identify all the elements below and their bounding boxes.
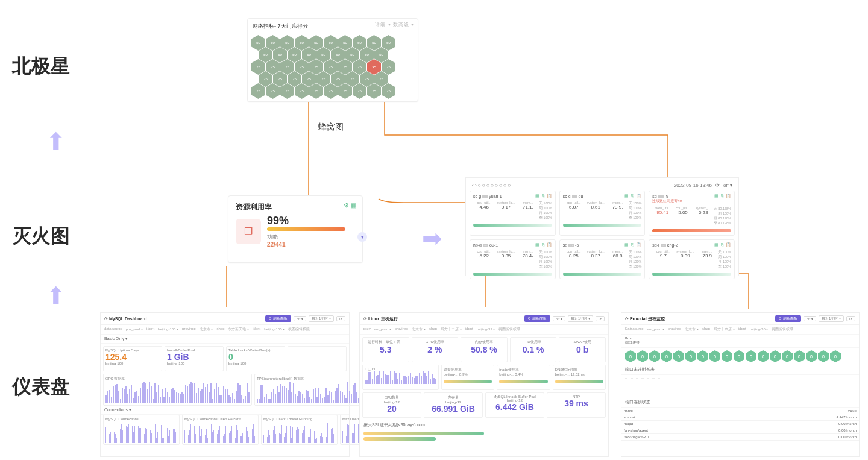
dashboard-linux[interactable]: ⟳ Linux 主机运行 ⟳ 刷新面板off ▾最近1小时 ▾⟳ provvm_…	[359, 312, 609, 457]
hex-cell[interactable]: 0	[794, 350, 805, 362]
hex-cell[interactable]: 75	[295, 83, 309, 99]
resource-util-card[interactable]: 资源利用率 ⚙ ▦ ❐ 99% 功能 22/441 ▾	[228, 195, 363, 263]
hex-cell[interactable]: 0	[806, 350, 817, 362]
server-icons[interactable]: ▦ ⎘ 📋	[714, 194, 732, 198]
honeycomb-caption: 蜂窝图	[318, 122, 344, 133]
resource-util-pct: 99%	[267, 215, 345, 227]
server-icons[interactable]: ▦ ⎘ 📋	[535, 194, 553, 198]
server-icons[interactable]: ▦ ⎘ 📋	[714, 242, 732, 247]
chevron-down-icon[interactable]: ▾	[357, 232, 367, 242]
nav-arrows[interactable]: ‹ › ○ ○ ○ ○ ○ ○ ○ ○	[472, 183, 511, 188]
server-icons[interactable]: ▦ ⎘ 📋	[624, 242, 642, 247]
hex-cell[interactable]: 0	[734, 350, 744, 362]
hex-cell[interactable]: 75	[382, 83, 395, 99]
hex-cell[interactable]: 0	[649, 350, 660, 362]
dashboard-procstat[interactable]: ⟳ Procstat 进程监控 ⟳ 刷新面板off ▾最近1小时 ▾⟳ Data…	[621, 312, 860, 457]
honeycomb-card[interactable]: 网络指标- 7天门店得分 详细 ▾ 数高级 ▾ 5050505050505050…	[247, 18, 418, 102]
hex-cell[interactable]: 0	[746, 350, 756, 362]
hex-cell[interactable]: 75	[309, 83, 323, 99]
hex-cell[interactable]: 75	[251, 83, 265, 99]
resource-util-sublabel: 功能	[267, 233, 345, 241]
hex-cell[interactable]: 75	[367, 83, 381, 99]
progress-bar	[267, 227, 345, 231]
hex-cell[interactable]: 0	[661, 350, 672, 362]
server-panel-date[interactable]: 2023-08-16 13:46	[674, 183, 712, 188]
hex-cell[interactable]: 75	[324, 83, 338, 99]
hex-cell[interactable]: 75	[266, 83, 280, 99]
server-card[interactable]: sd-l···eng-2 ▦ ⎘ 📋 cpu_util...9.7system_…	[649, 239, 735, 279]
server-card[interactable]: hb-d···ou-1 ▦ ⎘ 📋 cpu_util...5.22system_…	[470, 239, 556, 279]
hex-cell[interactable]: 75	[280, 83, 294, 99]
hex-cell[interactable]: 0	[782, 350, 793, 362]
server-card[interactable]: sc-c···du ▦ ⎘ 📋 cpu_util...6.07system_lo…	[559, 191, 646, 236]
dashboard-mysql[interactable]: ⟳ MySQL Dashboard ⟳ 刷新面板off ▾最近1小时 ▾⟳ da…	[100, 312, 350, 457]
hex-cell[interactable]: 0	[625, 350, 636, 362]
gear-icon[interactable]: ⚙ ▦	[344, 202, 356, 209]
hex-cell[interactable]: 0	[722, 350, 732, 362]
refresh-icon[interactable]: ⟳	[715, 183, 720, 188]
server-icons[interactable]: ▦ ⎘ 📋	[535, 242, 553, 247]
server-card[interactable]: sd···-9 ▦ ⎘ 📋 连续数红高报警×0 mem_util...95.41…	[649, 191, 735, 236]
hex-cell[interactable]: 0	[673, 350, 684, 362]
hex-cell[interactable]: 0	[637, 350, 648, 362]
hex-cell[interactable]: 0	[697, 350, 708, 362]
resource-util-fraction: 22/441	[267, 241, 345, 248]
server-icons[interactable]: ▦ ⎘ 📋	[624, 194, 642, 198]
honeycomb-filter[interactable]: 详细 ▾ 数高级 ▾	[375, 21, 414, 28]
server-grid: ‹ › ○ ○ ○ ○ ○ ○ ○ ○ 2023-08-16 13:46 ⟳ o…	[465, 177, 739, 276]
hex-cell[interactable]: 0	[818, 350, 829, 362]
hex-cell[interactable]: 0	[685, 350, 696, 362]
hex-cell[interactable]: 0	[758, 350, 769, 362]
server-card[interactable]: sd···-5 ▦ ⎘ 📋 cpu_util...8.25system_lo..…	[559, 239, 646, 279]
server-panel-mode[interactable]: off ▾	[723, 183, 732, 188]
hex-cell[interactable]: 0	[830, 350, 841, 362]
hex-cell[interactable]: 75	[338, 83, 352, 99]
server-card[interactable]: sc-g···yuan-1 ▦ ⎘ 📋 cpu_util...4.46syste…	[470, 191, 556, 236]
hex-cell[interactable]: 0	[709, 350, 720, 362]
hex-cell[interactable]: 75	[353, 83, 366, 99]
hex-cell[interactable]: 0	[770, 350, 781, 362]
apps-icon: ❐	[236, 219, 261, 244]
resource-util-title: 资源利用率	[228, 196, 362, 215]
hex-grid: 5050505050505050505050505050505050505075…	[248, 31, 418, 101]
